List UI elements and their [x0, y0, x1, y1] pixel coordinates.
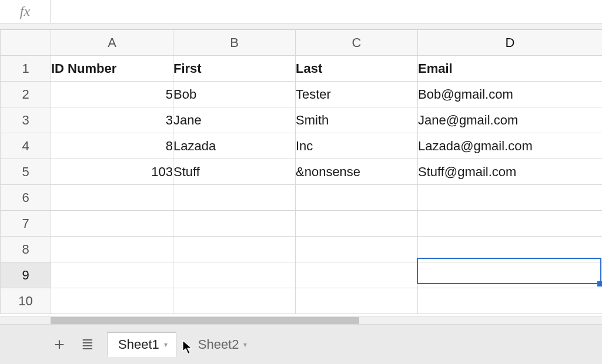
all-sheets-icon: ≣ — [81, 335, 94, 353]
row-10: 10 — [1, 288, 603, 314]
cell-C6[interactable] — [296, 185, 418, 211]
cell-C10[interactable] — [296, 288, 418, 314]
column-header-D[interactable]: D — [418, 30, 603, 56]
row-header-4[interactable]: 4 — [1, 133, 51, 159]
formula-input[interactable] — [51, 0, 602, 23]
row-6: 6 — [1, 185, 603, 211]
row-5: 5 103 Stuff &nonsense Stuff@gmail.com — [1, 159, 603, 185]
cell-C2[interactable]: Tester — [296, 82, 418, 107]
cell-A3[interactable]: 3 — [51, 107, 173, 133]
cell-B7[interactable] — [173, 211, 296, 237]
cell-D7[interactable] — [418, 211, 603, 237]
cell-A4[interactable]: 8 — [51, 133, 173, 159]
cell-C9[interactable] — [296, 262, 418, 288]
row-header-7[interactable]: 7 — [1, 211, 51, 237]
cell-A8[interactable] — [51, 237, 173, 262]
cell-C4[interactable]: Inc — [296, 133, 418, 159]
plus-icon: + — [54, 335, 65, 355]
column-header-row: A B C D — [1, 30, 603, 56]
cell-D5[interactable]: Stuff@gmail.com — [418, 159, 603, 185]
cell-B6[interactable] — [173, 185, 296, 211]
chevron-down-icon[interactable]: ▾ — [164, 341, 168, 349]
row-header-3[interactable]: 3 — [1, 107, 51, 133]
sheet-tab-label: Sheet1 — [118, 337, 159, 352]
cell-B5[interactable]: Stuff — [173, 159, 296, 185]
toolbar-strip — [0, 23, 602, 29]
row-1: 1 ID Number First Last Email — [1, 56, 603, 82]
cell-B10[interactable] — [173, 288, 296, 314]
all-sheets-button[interactable]: ≣ — [79, 336, 96, 353]
cell-B1[interactable]: First — [173, 56, 296, 82]
cell-D8[interactable] — [418, 237, 603, 262]
row-3: 3 3 Jane Smith Jane@gmail.com — [1, 107, 603, 133]
row-header-1[interactable]: 1 — [1, 56, 51, 82]
chevron-down-icon[interactable]: ▾ — [243, 341, 247, 349]
row-7: 7 — [1, 211, 603, 237]
sheet-tab-sheet1[interactable]: Sheet1 ▾ — [107, 332, 176, 357]
cell-C3[interactable]: Smith — [296, 107, 418, 133]
fill-handle[interactable] — [597, 281, 602, 287]
cell-C1[interactable]: Last — [296, 56, 418, 82]
add-sheet-button[interactable]: + — [51, 336, 68, 353]
scrollbar-gutter — [0, 317, 51, 324]
formula-bar: fx — [0, 0, 602, 23]
horizontal-scrollbar[interactable] — [0, 316, 602, 325]
cell-C5[interactable]: &nonsense — [296, 159, 418, 185]
sheet-tab-sheet2[interactable]: Sheet2 ▾ — [187, 332, 256, 357]
cell-D3[interactable]: Jane@gmail.com — [418, 107, 603, 133]
cell-D6[interactable] — [418, 185, 603, 211]
select-all-corner[interactable] — [1, 30, 51, 56]
row-header-5[interactable]: 5 — [1, 159, 51, 185]
cell-D1[interactable]: Email — [418, 56, 603, 82]
row-9: 9 — [1, 262, 603, 288]
cell-A1[interactable]: ID Number — [51, 56, 173, 82]
cell-D2[interactable]: Bob@gmail.com — [418, 82, 603, 107]
cell-A2[interactable]: 5 — [51, 82, 173, 107]
row-header-2[interactable]: 2 — [1, 82, 51, 107]
column-header-B[interactable]: B — [173, 30, 296, 56]
scrollbar-track[interactable] — [51, 317, 602, 324]
scrollbar-thumb[interactable] — [51, 317, 359, 324]
row-header-6[interactable]: 6 — [1, 185, 51, 211]
cell-B9[interactable] — [173, 262, 296, 288]
sheet-tab-strip: + ≣ Sheet1 ▾ Sheet2 ▾ — [0, 325, 602, 364]
cell-A9[interactable] — [51, 262, 173, 288]
spreadsheet-grid[interactable]: A B C D 1 ID Number First Last Email 2 5… — [0, 29, 602, 316]
row-2: 2 5 Bob Tester Bob@gmail.com — [1, 82, 603, 107]
cell-B3[interactable]: Jane — [173, 107, 296, 133]
column-header-C[interactable]: C — [296, 30, 418, 56]
row-8: 8 — [1, 237, 603, 262]
cell-A5[interactable]: 103 — [51, 159, 173, 185]
cell-D10[interactable] — [418, 288, 603, 314]
fx-icon: fx — [0, 0, 51, 23]
cell-A7[interactable] — [51, 211, 173, 237]
cell-C7[interactable] — [296, 211, 418, 237]
cell-A10[interactable] — [51, 288, 173, 314]
row-4: 4 8 Lazada Inc Lazada@gmail.com — [1, 133, 603, 159]
cell-B2[interactable]: Bob — [173, 82, 296, 107]
cell-D9[interactable] — [418, 262, 603, 288]
cell-B8[interactable] — [173, 237, 296, 262]
cell-D4[interactable]: Lazada@gmail.com — [418, 133, 603, 159]
cell-B4[interactable]: Lazada — [173, 133, 296, 159]
row-header-10[interactable]: 10 — [1, 288, 51, 314]
row-header-8[interactable]: 8 — [1, 237, 51, 262]
cell-C8[interactable] — [296, 237, 418, 262]
column-header-A[interactable]: A — [51, 30, 173, 56]
cell-A6[interactable] — [51, 185, 173, 211]
sheet-tab-label: Sheet2 — [198, 337, 239, 352]
row-header-9[interactable]: 9 — [1, 262, 51, 288]
